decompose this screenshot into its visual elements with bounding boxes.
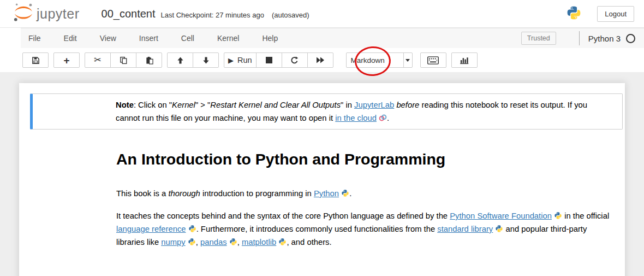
chart-button[interactable] [451, 52, 478, 68]
cell-type-select[interactable]: Markdown [346, 52, 413, 68]
intro-paragraph: This book is a thorough introduction to … [116, 187, 610, 200]
python-icon [341, 189, 349, 197]
scissors-icon: ✂ [94, 56, 101, 64]
python-icon [188, 225, 196, 233]
trusted-badge[interactable]: Trusted [521, 32, 556, 45]
kernel-idle-icon [626, 34, 635, 43]
toolbar-button-group: ▶Run [224, 52, 333, 68]
checkpoint-status: Last Checkpoint: 27 minutes ago [161, 11, 264, 19]
page-title: An Introduction to Python and Programmin… [116, 150, 609, 168]
python-icon [278, 238, 287, 246]
interrupt-kernel-button[interactable] [256, 52, 282, 68]
toolbar-button-group [451, 52, 478, 68]
python-icon [495, 225, 503, 233]
stop-icon [266, 57, 272, 63]
menu-insert[interactable]: Insert [132, 34, 166, 43]
fast-forward-icon [316, 57, 325, 63]
run-button[interactable]: ▶Run [224, 52, 257, 68]
save-icon [32, 56, 40, 64]
chevron-down-icon [403, 53, 412, 67]
python-icon [554, 212, 562, 220]
menu-kernel[interactable]: Kernel [210, 34, 247, 43]
run-button-label: Run [237, 56, 252, 64]
menu-view[interactable]: View [92, 34, 124, 43]
notebook-title[interactable]: 00_content [102, 8, 156, 20]
cell-type-value: Markdown [347, 56, 403, 64]
jupyter-wordmark: jupyter [37, 6, 80, 22]
link-python-software-foundation[interactable]: Python Software Foundation [450, 212, 552, 220]
link-jupyterlab[interactable]: JupyterLab [354, 101, 394, 109]
copy-icon [120, 56, 128, 64]
binder-icon [379, 114, 387, 122]
note-callout: Note: Click on "Kernel" > "Restart Kerne… [30, 93, 623, 130]
link-in-the-cloud[interactable]: in the cloud [335, 114, 377, 122]
link-python[interactable]: Python [314, 189, 339, 198]
logout-button[interactable]: Logout [597, 6, 634, 22]
restart-run-all-button[interactable] [307, 52, 333, 68]
menu-cell[interactable]: Cell [174, 34, 202, 43]
toolbar-button-group [167, 52, 219, 68]
save-button[interactable] [22, 52, 49, 68]
python-icon [188, 238, 196, 246]
jupyter-planet-icon [13, 2, 34, 25]
move-cell-up-button[interactable] [167, 52, 193, 68]
autosave-status: (autosaved) [272, 11, 309, 19]
toolbar-button-group [420, 52, 446, 68]
paste-icon [145, 56, 153, 64]
notebook-area: Note: Click on "Kernel" > "Restart Kerne… [0, 72, 644, 276]
kernel-divider [579, 31, 580, 45]
keyboard-icon [427, 56, 439, 64]
menubar-row: FileEditViewInsertCellKernelHelp Trusted… [0, 28, 644, 48]
toolbar-button-group [22, 52, 49, 68]
bar-chart-icon [460, 56, 469, 64]
cut-cell-button[interactable]: ✂ [85, 52, 111, 68]
link-pandas[interactable]: pandas [200, 238, 227, 246]
notebook-container: Note: Click on "Kernel" > "Restart Kerne… [19, 83, 625, 276]
jupyter-logo[interactable]: jupyter [13, 2, 80, 25]
link-standard-library[interactable]: standard library [437, 225, 493, 233]
add-cell-button[interactable]: + [53, 52, 80, 68]
keyboard-shortcuts-button[interactable] [420, 52, 446, 68]
paste-cell-button[interactable] [136, 52, 162, 68]
toolbar-button-group: + [53, 52, 80, 68]
plus-icon: + [63, 55, 69, 66]
toolbar-button-group: ✂ [85, 52, 162, 68]
restart-icon [290, 56, 299, 64]
copy-cell-button[interactable] [110, 52, 136, 68]
link-numpy[interactable]: numpy [161, 238, 185, 246]
kernel-name: Python 3 [588, 34, 621, 43]
restart-kernel-button[interactable] [282, 52, 308, 68]
body-paragraph: It teaches the concepts behind and the s… [116, 209, 610, 249]
move-cell-down-button[interactable] [193, 52, 219, 68]
toolbar: +✂▶Run Markdown [0, 48, 644, 72]
menubar: FileEditViewInsertCellKernelHelp Trusted… [21, 28, 644, 49]
arrow-up-icon [177, 57, 184, 64]
menu-help[interactable]: Help [254, 34, 285, 43]
link-language-reference[interactable]: language reference [116, 225, 186, 233]
header: jupyter 00_content Last Checkpoint: 27 m… [0, 0, 644, 28]
link-matplotlib[interactable]: matplotlib [242, 238, 276, 246]
menu-edit[interactable]: Edit [56, 34, 85, 43]
arrow-down-icon [202, 57, 210, 64]
python-icon [229, 238, 237, 246]
play-icon: ▶ [228, 57, 234, 64]
menu-file[interactable]: File [21, 34, 49, 43]
python-logo-icon [566, 5, 582, 23]
